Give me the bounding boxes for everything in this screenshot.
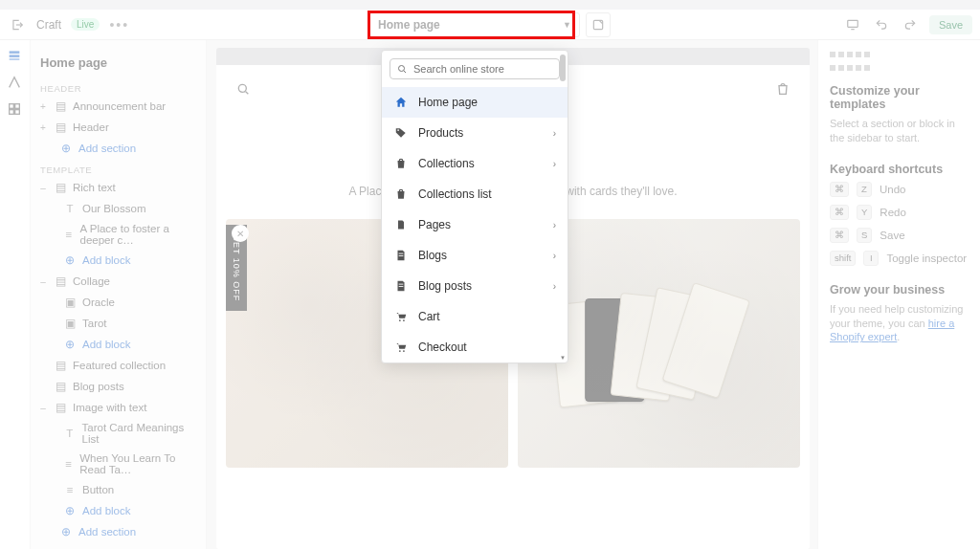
sidebar-subitem[interactable]: TTarot Card Meanings List: [36, 418, 202, 449]
chevron-right-icon: ›: [553, 251, 556, 261]
cart-icon: [393, 340, 409, 355]
sidebar-item-image-with-text[interactable]: –▤Image with text: [36, 397, 202, 418]
sections-sidebar: Home page HEADER +▤Announcement bar +▤He…: [31, 40, 207, 549]
shortcut-label: Redo: [880, 207, 906, 218]
sidebar-label-template: TEMPLATE: [36, 159, 202, 177]
dropdown-item-label: Home page: [418, 96, 478, 109]
dropdown-item-label: Blog posts: [418, 279, 472, 293]
left-rail: [0, 40, 31, 549]
save-button[interactable]: Save: [929, 15, 972, 34]
sidebar-subitem[interactable]: ▣Tarot: [36, 313, 202, 334]
shortcut-label: Toggle inspector: [886, 253, 967, 264]
right-panel: Customize your templates Select a sectio…: [817, 40, 980, 549]
sidebar-item-blog-posts[interactable]: ▤Blog posts: [36, 376, 202, 397]
add-block-button[interactable]: ⊕Add block: [36, 500, 202, 521]
sidebar-item-collage[interactable]: –▤Collage: [36, 271, 202, 292]
add-section-button[interactable]: ⊕Add section: [36, 521, 202, 542]
page-selector-dropdown[interactable]: Home page ▼: [369, 12, 580, 37]
svg-rect-14: [399, 284, 404, 285]
desktop-preview-icon[interactable]: [843, 15, 862, 34]
rp-grow-heading: Grow your business: [830, 283, 969, 296]
kbd-key: S: [857, 228, 872, 243]
sidebar-item-featured-collection[interactable]: ▤Featured collection: [36, 355, 202, 376]
placeholder-icon: [830, 65, 969, 71]
tag-icon: [393, 125, 409, 141]
kbd-key: ⌘: [830, 228, 849, 243]
bag-icon: [393, 156, 409, 171]
sidebar-item-rich-text[interactable]: –▤Rich text: [36, 177, 202, 198]
svg-point-17: [403, 319, 405, 321]
template-selector-icon[interactable]: [586, 12, 611, 37]
shortcut-row: ⌘SSave: [830, 228, 969, 243]
window-top-strip: [0, 0, 980, 10]
image-icon: ▣: [63, 296, 77, 309]
text-icon: T: [63, 427, 77, 440]
blog-icon: [393, 278, 409, 294]
sidebar-item-header[interactable]: +▤Header: [36, 117, 202, 138]
more-menu-icon[interactable]: •••: [109, 17, 129, 33]
scroll-thumb[interactable]: [560, 55, 566, 81]
sidebar-subitem[interactable]: ≡A Place to foster a deeper c…: [36, 219, 202, 250]
dropdown-item-home-page[interactable]: Home page: [382, 87, 568, 118]
exit-icon[interactable]: [8, 15, 27, 34]
search-icon[interactable]: [235, 81, 251, 97]
dropdown-item-pages[interactable]: Pages›: [382, 209, 568, 240]
bag-icon[interactable]: [775, 80, 791, 98]
dropdown-item-checkout[interactable]: Checkout: [382, 332, 568, 362]
sidebar-title: Home page: [36, 46, 202, 77]
undo-icon[interactable]: [872, 15, 891, 34]
shortcut-row: ⌘ZUndo: [830, 182, 969, 197]
plus-circle-icon: ⊕: [59, 525, 73, 538]
page-icon: [393, 217, 409, 232]
sidebar-item-announcement-bar[interactable]: +▤Announcement bar: [36, 96, 202, 117]
svg-point-19: [403, 350, 405, 352]
dropdown-item-collections[interactable]: Collections›: [382, 148, 568, 179]
add-block-button[interactable]: ⊕Add block: [36, 250, 202, 271]
svg-rect-4: [9, 58, 19, 59]
paragraph-icon: ≡: [63, 228, 75, 241]
sidebar-subitem[interactable]: ≡When You Learn To Read Ta…: [36, 449, 202, 479]
dropdown-item-label: Collections list: [418, 187, 492, 201]
svg-rect-8: [14, 110, 19, 115]
scrollbar[interactable]: ▼: [560, 53, 566, 361]
close-icon[interactable]: ✕: [232, 225, 249, 242]
add-block-button[interactable]: ⊕Add block: [36, 334, 202, 355]
block-icon: ▤: [54, 380, 67, 393]
dropdown-item-blog-posts[interactable]: Blog posts›: [382, 271, 568, 301]
sidebar-label-footer: FOOTER: [36, 542, 202, 549]
theme-settings-rail-icon[interactable]: [7, 75, 24, 92]
search-placeholder: Search online store: [413, 63, 504, 75]
shortcut-label: Undo: [880, 184, 906, 195]
paragraph-icon: ≡: [63, 483, 77, 496]
svg-point-18: [399, 350, 401, 352]
page-selector-value: Home page: [378, 18, 440, 32]
block-icon: ▤: [54, 121, 67, 134]
promo-ribbon: GET 10% OFF: [226, 225, 247, 311]
paragraph-icon: ≡: [63, 457, 74, 471]
block-icon: ▤: [54, 401, 67, 414]
home-icon: [393, 95, 409, 110]
kbd-key: ⌘: [830, 182, 849, 197]
sidebar-subitem[interactable]: ≡Button: [36, 479, 202, 500]
chevron-right-icon: ›: [553, 220, 556, 231]
redo-icon[interactable]: [901, 15, 920, 34]
search-input[interactable]: Search online store: [390, 58, 560, 79]
sidebar-subitem[interactable]: ▣Oracle: [36, 292, 202, 313]
blog-icon: [393, 248, 409, 263]
bag-icon: [393, 187, 409, 202]
sections-rail-icon[interactable]: [7, 48, 24, 65]
scroll-down-arrow[interactable]: ▼: [560, 355, 566, 361]
dropdown-item-collections-list[interactable]: Collections list: [382, 179, 568, 209]
dropdown-item-label: Products: [418, 126, 463, 140]
dropdown-item-blogs[interactable]: Blogs›: [382, 240, 568, 271]
kbd-key: shift: [830, 251, 856, 266]
dropdown-item-products[interactable]: Products›: [382, 118, 568, 148]
shortcut-row: ⌘YRedo: [830, 205, 969, 220]
block-icon: ▤: [54, 359, 67, 372]
svg-point-16: [399, 319, 401, 321]
dropdown-item-cart[interactable]: Cart: [382, 301, 568, 332]
app-embeds-rail-icon[interactable]: [7, 101, 24, 119]
add-section-button[interactable]: ⊕Add section: [36, 138, 202, 159]
sidebar-subitem[interactable]: TOur Blossom: [36, 198, 202, 219]
sidebar-label-header: HEADER: [36, 77, 202, 96]
